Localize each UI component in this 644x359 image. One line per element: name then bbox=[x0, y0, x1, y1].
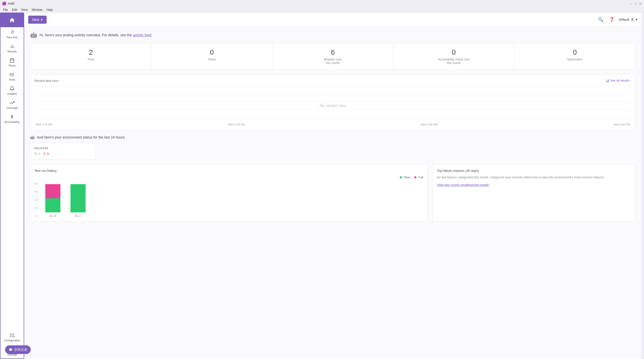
bar-label-0626: 06-26 bbox=[49, 214, 56, 217]
stat-browser-runs-value: 6 bbox=[275, 48, 390, 57]
grid-line bbox=[34, 102, 631, 102]
stat-tests: 2 Tests bbox=[30, 44, 152, 69]
stat-tests-label: Tests bbox=[33, 58, 148, 61]
uncategorized-results-link[interactable]: View your recent uncategorized results bbox=[437, 183, 489, 187]
stat-tests-value: 2 bbox=[33, 48, 148, 57]
bar-stack-0626 bbox=[45, 184, 60, 212]
env-name: RELEASE bbox=[34, 147, 91, 150]
chart-legend: Pass Fail bbox=[34, 176, 423, 179]
grid-line bbox=[34, 110, 631, 110]
new-button[interactable]: New ▾ bbox=[28, 16, 47, 24]
history-title: Test run history bbox=[34, 169, 423, 173]
app-layout: New test Results Plans Tests In bbox=[0, 13, 644, 359]
sidebar-label-results: Results bbox=[8, 50, 17, 53]
chevron-right-icon: › bbox=[630, 79, 631, 82]
env-mascot-icon: 🤖 bbox=[30, 135, 34, 139]
welcome-banner: 🤖 Hi, here's your testing activity overv… bbox=[30, 32, 635, 38]
recent-runs-section: Recent test runs 📊 See all results › bbox=[30, 75, 635, 130]
bar-chart-icon bbox=[10, 44, 15, 49]
grid-line bbox=[34, 94, 631, 94]
sidebar-label-new-test: New test bbox=[7, 36, 18, 39]
chart-grid bbox=[34, 86, 631, 118]
title-bar: 🟣 mabl ─ □ ✕ bbox=[0, 0, 644, 7]
grid-line bbox=[34, 118, 631, 118]
stat-flows-value: 0 bbox=[155, 48, 269, 57]
sidebar-item-accessibility[interactable]: Accessibility bbox=[1, 112, 24, 126]
window-controls: ─ □ ✕ bbox=[629, 2, 642, 5]
close-button[interactable]: ✕ bbox=[638, 2, 642, 5]
sidebar-item-results[interactable]: Results bbox=[1, 41, 24, 55]
user-icon bbox=[631, 18, 634, 21]
sidebar-label-insights: Insights bbox=[7, 92, 17, 95]
menu-file[interactable]: File bbox=[1, 8, 10, 12]
chat-button[interactable]: 💬 在线交谈 bbox=[5, 345, 31, 354]
time-label-4: Wed 3:00 PM bbox=[614, 123, 630, 126]
search-button[interactable]: 🔍 bbox=[597, 16, 605, 24]
time-label-2: Wed 2:30 PM bbox=[228, 123, 245, 126]
svg-point-18 bbox=[10, 74, 11, 75]
bar-pass-0627 bbox=[70, 184, 86, 212]
sidebar-label-configuration: Configuration bbox=[4, 339, 20, 342]
see-all-results-link[interactable]: 📊 See all results › bbox=[605, 79, 631, 82]
menu-window[interactable]: Window bbox=[30, 8, 45, 12]
svg-point-35 bbox=[632, 18, 633, 19]
content-area: New ▾ 🔍 ❓ Default ▾ bbox=[24, 13, 644, 359]
menu-view[interactable]: View bbox=[19, 8, 30, 12]
environment-card[interactable]: RELEASE 3 ✓ 0 ✕ bbox=[30, 143, 96, 159]
menu-help[interactable]: Help bbox=[45, 8, 55, 12]
minimize-button[interactable]: ─ bbox=[629, 2, 633, 5]
list-plus-icon bbox=[10, 30, 15, 35]
sidebar-item-configuration[interactable]: Configuration bbox=[1, 330, 24, 344]
svg-point-19 bbox=[10, 76, 11, 76]
recent-runs-header: Recent test runs 📊 See all results › bbox=[34, 79, 631, 83]
sidebar-item-plans[interactable]: Plans bbox=[1, 55, 24, 70]
checkmark-icon: ✓ bbox=[38, 152, 41, 156]
sidebar: New test Results Plans Tests In bbox=[0, 13, 24, 359]
sidebar-item-coverage[interactable]: Coverage bbox=[1, 98, 24, 112]
stat-accessibility-runs: 0 Accessibility check runsthis month bbox=[393, 44, 515, 69]
time-label-3: Wed 2:45 PM bbox=[421, 123, 437, 126]
right-scrollbar[interactable] bbox=[641, 13, 644, 359]
failure-reasons-card: Top failure reasons (30 days) No test fa… bbox=[433, 165, 635, 222]
chat-label: 在线交谈 bbox=[14, 347, 27, 352]
bar-label-0627: 06-27 bbox=[75, 214, 82, 217]
stat-teammates-label: Teammates bbox=[517, 58, 632, 61]
y-label: 1.0 bbox=[34, 214, 38, 217]
grid-line bbox=[34, 86, 631, 86]
history-section: Test run history Pass Fail bbox=[30, 165, 635, 222]
sidebar-label-plans: Plans bbox=[9, 64, 16, 67]
bar-chart: 06-26 06-27 bbox=[40, 182, 91, 217]
y-axis: 5.0 4.0 3.0 2.0 1.0 bbox=[34, 182, 38, 217]
workspace-selector[interactable]: Default ▾ bbox=[619, 18, 637, 21]
stats-row: 2 Tests 0 Flows 6 Browser runsthis month… bbox=[30, 43, 635, 70]
bell-icon bbox=[10, 86, 15, 91]
pass-dot bbox=[400, 176, 402, 178]
svg-rect-10 bbox=[10, 59, 14, 62]
y-label: 3.0 bbox=[34, 198, 38, 201]
sidebar-item-new-test[interactable]: New test bbox=[1, 27, 24, 41]
env-fail-count: 0 ✕ bbox=[44, 152, 50, 156]
main-content: 🤖 Hi, here's your testing activity overv… bbox=[24, 27, 641, 359]
sidebar-label-tests: Tests bbox=[9, 78, 15, 81]
environment-banner: 🤖 And here's your environment status for… bbox=[30, 135, 635, 139]
no-recent-runs-text: No recent runs bbox=[320, 104, 346, 108]
bar-fail-0626 bbox=[45, 184, 60, 198]
accessibility-icon bbox=[10, 114, 15, 119]
recent-runs-title: Recent test runs bbox=[34, 79, 58, 83]
chevron-down-icon: ▾ bbox=[41, 18, 43, 22]
sidebar-item-tests[interactable]: Tests bbox=[1, 70, 24, 84]
sidebar-item-insights[interactable]: Insights bbox=[1, 84, 24, 98]
maximize-button[interactable]: □ bbox=[634, 2, 637, 5]
stat-accessibility-runs-label: Accessibility check runsthis month bbox=[397, 58, 511, 65]
chart-time-labels: Wed 2:15 PM Wed 2:30 PM Wed 2:45 PM Wed … bbox=[34, 123, 631, 126]
recent-runs-chart: No recent runs Wed 2:15 PM Wed 2:30 PM W… bbox=[34, 86, 631, 126]
y-label: 2.0 bbox=[34, 206, 38, 209]
help-button[interactable]: ❓ bbox=[608, 16, 616, 24]
menu-edit[interactable]: Edit bbox=[10, 8, 19, 12]
stat-accessibility-runs-value: 0 bbox=[397, 48, 511, 57]
sidebar-home-button[interactable] bbox=[1, 13, 24, 27]
activity-feed-link[interactable]: activity feed bbox=[133, 33, 152, 37]
mabl-mascot-icon: 🤖 bbox=[30, 32, 37, 38]
welcome-text: Hi, here's your testing activity overvie… bbox=[40, 33, 152, 37]
environment-section: 🤖 And here's your environment status for… bbox=[30, 135, 635, 159]
